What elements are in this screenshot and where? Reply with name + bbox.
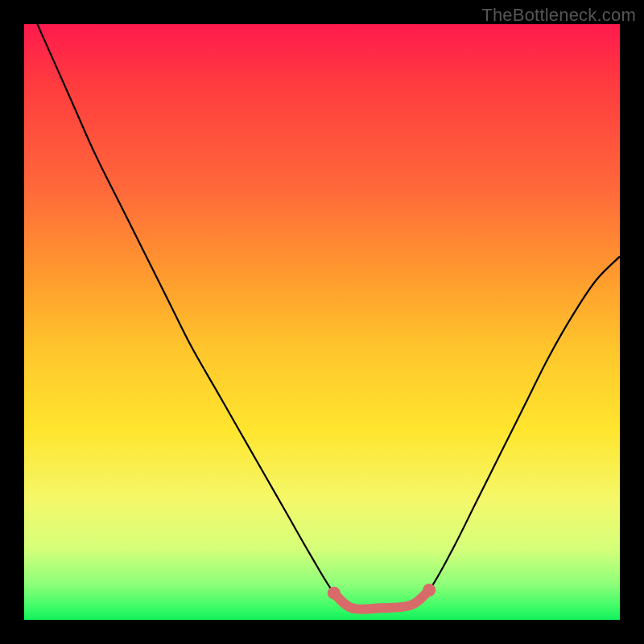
bottleneck-curve: [24, 24, 620, 609]
flat-bottom-highlight: [334, 590, 429, 609]
chart-frame: TheBottleneck.com: [0, 0, 644, 644]
watermark-text: TheBottleneck.com: [481, 5, 636, 26]
curve-layer: [24, 24, 620, 620]
plot-area: [24, 24, 620, 620]
highlight-end-dot-right: [423, 584, 436, 597]
highlight-end-dot-left: [328, 587, 341, 600]
